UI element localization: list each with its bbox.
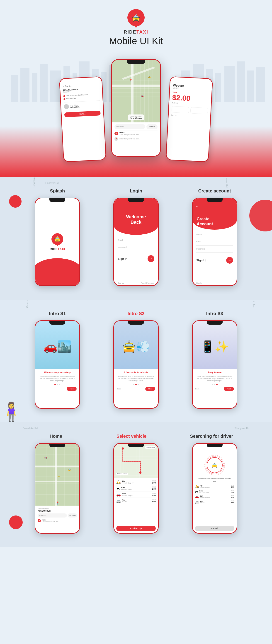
red-dot-row3 <box>9 516 23 529</box>
email-field[interactable]: Email <box>118 239 154 244</box>
signup-button[interactable]: → <box>226 257 233 264</box>
home-username: Nina Weaver <box>38 510 77 512</box>
intro3-next[interactable]: Next <box>224 387 234 391</box>
intro2-phone-item: 🚖💨 Affordable & reliable Lorem ipsum dol… <box>113 320 159 409</box>
splash-ride: RIDE <box>50 247 58 251</box>
vehicle-item-zip[interactable]: 🛵 Zip 4-5 min drop-off USD 2.00 <box>116 479 156 485</box>
row1-labels: Splash Login Create account <box>18 188 254 194</box>
brand-ride: RIDE <box>124 30 136 34</box>
trip-from: 2307 Thomps..., San Francisco <box>66 94 88 96</box>
hero-home-panel: Where to? Schedule 🏠 Home 2307 Thompson … <box>112 122 160 144</box>
intro1-phone-item: 🚗🏙️ We ensure your safety Lorem ipsum do… <box>35 320 80 409</box>
phone-right: Weaver 111 235 Total $2.00 4.25 km - + I… <box>166 76 213 162</box>
phone-center: 📍 🚗 🚕 Good afternoon Nina Weaver Where t… <box>111 59 161 157</box>
intro1-headline: We ensure your safety <box>38 371 76 374</box>
svg-rect-15 <box>215 73 221 102</box>
signin-button[interactable]: → <box>148 255 154 262</box>
home-phone-item: 🚗 🚕 🚖 📍 Good afternoon Nina Weaver Where… <box>35 443 80 534</box>
search-vehicle-zip[interactable]: 🛵 Zip 4-5 min drop-off USD 2.00 <box>195 484 234 489</box>
label-create: Create account <box>190 188 240 194</box>
hero-username: Nina Weaver <box>130 117 142 119</box>
hero-section: ← Trip D... 11/11/19, 9:00 AM Suzuki Re.… <box>0 50 272 177</box>
back-arrow[interactable]: ← <box>196 205 198 208</box>
create-signin-link[interactable]: Sign In <box>196 282 202 284</box>
home-greeting-text: Good afternoon <box>38 508 77 510</box>
searching-phone-item: 🚖 Please wait while we connect nearest d… <box>192 443 237 534</box>
searching-ring: 🚖 <box>204 455 225 475</box>
svg-rect-0 <box>11 75 18 102</box>
page-header: 🚖 RIDETAXI Mobile UI Kit <box>0 0 272 50</box>
login-phone: Welcome Back Email Password Sign in → Si… <box>113 198 159 286</box>
select-phone-item: Drop Location Pickup Location 🛵 Zip 4-5 … <box>113 443 159 534</box>
label-login: Login <box>111 188 161 194</box>
password-field[interactable]: Password <box>118 246 154 251</box>
red-dot-left <box>9 195 22 208</box>
login-phone-item: Welcome Back Email Password Sign in → Si… <box>113 198 159 286</box>
searching-text: Please wait while we connect nearest dri… <box>193 478 237 482</box>
label-splash: Splash <box>32 188 82 194</box>
vehicle-item-suv[interactable]: 🚗 SUV 4-5 min drop-off USD 3.50 <box>116 492 156 498</box>
hero-phones: ← Trip D... 11/11/19, 9:00 AM Suzuki Re.… <box>59 59 213 170</box>
splash-phone-item: 🚖 RIDETAXI <box>35 198 80 286</box>
splash-taxi: TAXI <box>58 247 65 251</box>
create-phone: ← Create Account Name Email Password Sig… <box>192 198 237 286</box>
logo-circle: 🚖 <box>128 9 144 26</box>
intro3-headline: Easy to use <box>196 371 234 374</box>
splash-phone: 🚖 RIDETAXI <box>35 198 80 286</box>
searching-phone: 🚖 Please wait while we connect nearest d… <box>192 443 237 534</box>
row2-phones: 🚗🏙️ We ensure your safety Lorem ipsum do… <box>18 320 254 409</box>
svg-point-21 <box>140 472 142 474</box>
search-vehicle-van[interactable]: 🚐 Van 4-5 min USD 3.00 <box>195 500 234 504</box>
cancel-btn[interactable]: Cancel <box>195 526 234 531</box>
brand-name: RIDETAXI <box>124 30 148 35</box>
walking-figure: 🧍‍♀️ <box>0 401 23 422</box>
brand-taxi: TAXI <box>136 30 148 34</box>
go-button[interactable]: Go to... <box>64 110 101 117</box>
confirm-btn[interactable]: Confirm Zip <box>116 526 156 531</box>
vehicle-item-bike[interactable]: 🏍 Bike 4-5 min drop-off USD 1.30 <box>116 485 156 492</box>
intro3-phone-item: 📱✨ Easy to use Lorem ipsum dolor sit ame… <box>192 320 237 409</box>
create-name-field[interactable]: Name <box>196 233 233 238</box>
create-email-field[interactable]: Email <box>196 240 233 246</box>
map-area: 📍 🚗 🚕 Good afternoon Nina Weaver <box>112 60 160 122</box>
home-phone: 🚗 🚕 🚖 📍 Good afternoon Nina Weaver Where… <box>35 443 80 534</box>
row2-section: 🧍‍♀️ Greenwood Ave Passaic Ave Intro S1 … <box>0 300 272 422</box>
signin-label: Sign in <box>118 257 128 260</box>
login-screen-content: Welcome Back Email Password Sign in → Si… <box>114 198 158 286</box>
svg-rect-18 <box>247 70 254 102</box>
label-intro1: Intro S1 <box>32 311 82 316</box>
label-searching: Searching for driver <box>182 434 241 439</box>
intro2-headline: Affordable & reliable <box>117 371 155 374</box>
row1-phones: 🚖 RIDETAXI Welcome Back <box>18 198 254 286</box>
search-vehicle-suv[interactable]: 🚗 SUV 4-5 min drop-off USD 3.50 <box>195 494 234 500</box>
create-screen-content: ← Create Account Name Email Password Sig… <box>193 198 237 286</box>
intro2-body: Lorem ipsum dolor sit amet, consectetur … <box>117 375 155 382</box>
login-forgot-link[interactable]: Forgot Password <box>141 282 154 284</box>
intro1-phone: 🚗🏙️ We ensure your safety Lorem ipsum do… <box>35 320 80 409</box>
amount-screen: Weaver 111 235 Total $2.00 4.25 km - + I… <box>166 77 212 162</box>
svg-rect-3 <box>40 64 48 102</box>
splash-screen-content: 🚖 RIDETAXI <box>35 198 79 286</box>
label-intro3: Intro S3 <box>190 311 240 316</box>
driver-name: John Wea... <box>70 106 80 108</box>
create-password-field[interactable]: Password <box>196 248 233 253</box>
logo-container: 🚖 <box>128 9 144 26</box>
vehicle-item-van[interactable]: 🚐 Van 4-5 min USD 3.00 <box>116 498 156 504</box>
home-schedule-btn[interactable]: Schedule <box>68 514 77 518</box>
login-signup-link[interactable]: Sign Up <box>118 282 124 284</box>
intro2-next[interactable]: Next <box>145 387 155 391</box>
home-search-box[interactable]: Where to? <box>38 514 67 518</box>
row3-section: Brooklake Rd Shunyake Rd Home Select veh… <box>0 422 272 547</box>
label-home: Home <box>31 434 81 439</box>
main-title: Mobile UI Kit <box>109 36 163 46</box>
splash-logo: 🚖 RIDETAXI <box>50 233 65 251</box>
intro3-phone: 📱✨ Easy to use Lorem ipsum dolor sit ame… <box>192 320 237 409</box>
tip-label: Item Tip <box>171 114 208 118</box>
intro1-next[interactable]: Next <box>67 387 76 391</box>
svg-rect-2 <box>32 73 38 102</box>
create-phone-item: ← Create Account Name Email Password Sig… <box>192 198 237 286</box>
trip-screen: ← Trip D... 11/11/19, 9:00 AM Suzuki Re.… <box>60 77 106 162</box>
phone-left: ← Trip D... 11/11/19, 9:00 AM Suzuki Re.… <box>59 76 106 162</box>
intro1-body: Lorem ipsum dolor sit amet, consectetur … <box>38 375 76 382</box>
search-vehicle-bike[interactable]: 🏍 Bike 4-5 min drop-off USD 1.30 <box>195 489 234 494</box>
